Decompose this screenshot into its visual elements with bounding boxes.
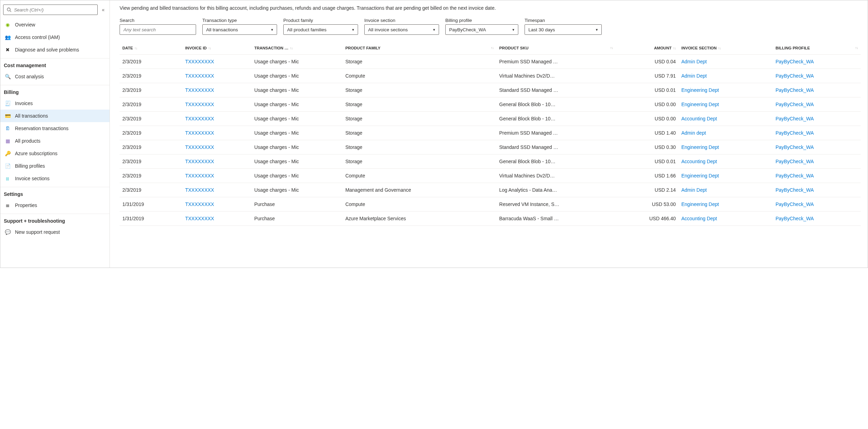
sidebar-item-all-products[interactable]: ▦All products xyxy=(0,135,109,147)
cell-billing-profile-link[interactable]: PayByCheck_WA xyxy=(776,216,814,221)
cell-invoice-id-link[interactable]: TXXXXXXXX xyxy=(185,201,214,207)
table-row[interactable]: 2/3/2019TXXXXXXXXUsage charges - MicStor… xyxy=(120,97,861,112)
cell-invoice-id[interactable]: TXXXXXXXX xyxy=(182,55,252,69)
filter-search[interactable] xyxy=(120,24,196,35)
cell-invoice-id[interactable]: TXXXXXXXX xyxy=(182,112,252,126)
collapse-sidebar-button[interactable]: « xyxy=(100,7,107,13)
cell-billing-profile-link[interactable]: PayByCheck_WA xyxy=(776,173,814,178)
cell-billing-profile[interactable]: PayByCheck_WA xyxy=(773,140,861,154)
cell-invoice-section[interactable]: Engineering Dept xyxy=(679,169,773,183)
table-row[interactable]: 2/3/2019TXXXXXXXXUsage charges - MicStor… xyxy=(120,55,861,69)
table-row[interactable]: 2/3/2019TXXXXXXXXUsage charges - MicMana… xyxy=(120,183,861,197)
filter-product-family[interactable]: All product families ▾ xyxy=(283,24,358,35)
col-header-transaction[interactable]: TRANSACTION …↑↓ xyxy=(251,42,342,55)
cell-invoice-id[interactable]: TXXXXXXXX xyxy=(182,169,252,183)
cell-billing-profile[interactable]: PayByCheck_WA xyxy=(773,169,861,183)
cell-billing-profile-link[interactable]: PayByCheck_WA xyxy=(776,144,814,150)
cell-invoice-id-link[interactable]: TXXXXXXXX xyxy=(185,173,214,178)
cell-invoice-id-link[interactable]: TXXXXXXXX xyxy=(185,59,214,64)
cell-billing-profile[interactable]: PayByCheck_WA xyxy=(773,212,861,226)
cell-invoice-section-link[interactable]: Engineering Dept xyxy=(681,173,719,178)
cell-billing-profile[interactable]: PayByCheck_WA xyxy=(773,55,861,69)
cell-invoice-section[interactable]: Admin Dept xyxy=(679,69,773,83)
table-row[interactable]: 2/3/2019TXXXXXXXXUsage charges - MicStor… xyxy=(120,112,861,126)
cell-billing-profile[interactable]: PayByCheck_WA xyxy=(773,69,861,83)
sidebar-item-azure-subscriptions[interactable]: 🔑Azure subscriptions xyxy=(0,147,109,160)
cell-invoice-section[interactable]: Admin dept xyxy=(679,126,773,140)
cell-invoice-id[interactable]: TXXXXXXXX xyxy=(182,197,252,212)
sidebar-item-overview[interactable]: ◉Overview xyxy=(0,18,109,31)
cell-billing-profile-link[interactable]: PayByCheck_WA xyxy=(776,73,814,79)
cell-invoice-id[interactable]: TXXXXXXXX xyxy=(182,154,252,169)
cell-invoice-section-link[interactable]: Admin Dept xyxy=(681,187,707,193)
cell-billing-profile[interactable]: PayByCheck_WA xyxy=(773,197,861,212)
cell-invoice-section-link[interactable]: Engineering Dept xyxy=(681,144,719,150)
cell-invoice-id-link[interactable]: TXXXXXXXX xyxy=(185,216,214,221)
cell-billing-profile-link[interactable]: PayByCheck_WA xyxy=(776,59,814,64)
cell-invoice-section-link[interactable]: Engineering Dept xyxy=(681,201,719,207)
cell-invoice-id-link[interactable]: TXXXXXXXX xyxy=(185,73,214,79)
cell-invoice-id[interactable]: TXXXXXXXX xyxy=(182,140,252,154)
col-header-date[interactable]: DATE↑↓ xyxy=(120,42,182,55)
sidebar-item-access-control-iam-[interactable]: 👥Access control (IAM) xyxy=(0,31,109,43)
cell-invoice-id-link[interactable]: TXXXXXXXX xyxy=(185,144,214,150)
cell-invoice-section-link[interactable]: Admin Dept xyxy=(681,73,707,79)
cell-billing-profile-link[interactable]: PayByCheck_WA xyxy=(776,87,814,93)
cell-billing-profile-link[interactable]: PayByCheck_WA xyxy=(776,130,814,136)
table-row[interactable]: 2/3/2019TXXXXXXXXUsage charges - MicStor… xyxy=(120,140,861,154)
sidebar-item-all-transactions[interactable]: 💳All transactions xyxy=(0,110,109,122)
cell-invoice-id[interactable]: TXXXXXXXX xyxy=(182,97,252,112)
cell-invoice-id[interactable]: TXXXXXXXX xyxy=(182,212,252,226)
sidebar-item-diagnose-and-solve-problems[interactable]: ✖Diagnose and solve problems xyxy=(0,43,109,56)
cell-invoice-section[interactable]: Admin Dept xyxy=(679,55,773,69)
cell-invoice-id-link[interactable]: TXXXXXXXX xyxy=(185,159,214,164)
cell-billing-profile[interactable]: PayByCheck_WA xyxy=(773,112,861,126)
cell-invoice-section[interactable]: Accounting Dept xyxy=(679,154,773,169)
col-header-amount[interactable]: AMOUNT↑↓ xyxy=(616,42,679,55)
sidebar-item-invoices[interactable]: 🧾Invoices xyxy=(0,97,109,110)
sidebar-item-reservation-transactions[interactable]: 🗓Reservation transactions xyxy=(0,122,109,135)
cell-billing-profile-link[interactable]: PayByCheck_WA xyxy=(776,116,814,121)
cell-invoice-section[interactable]: Engineering Dept xyxy=(679,83,773,97)
cell-invoice-id[interactable]: TXXXXXXXX xyxy=(182,126,252,140)
cell-invoice-section[interactable]: Accounting Dept xyxy=(679,212,773,226)
cell-billing-profile-link[interactable]: PayByCheck_WA xyxy=(776,201,814,207)
sidebar-search-input[interactable] xyxy=(14,7,95,13)
cell-invoice-section-link[interactable]: Admin dept xyxy=(681,130,706,136)
filter-invoice-section[interactable]: All invoice sections ▾ xyxy=(364,24,439,35)
cell-invoice-section-link[interactable]: Accounting Dept xyxy=(681,159,717,164)
sidebar-item-properties[interactable]: ≣Properties xyxy=(0,199,109,212)
table-row[interactable]: 1/31/2019TXXXXXXXXPurchaseComputeReserve… xyxy=(120,197,861,212)
table-row[interactable]: 2/3/2019TXXXXXXXXUsage charges - MicStor… xyxy=(120,126,861,140)
sidebar-item-invoice-sections[interactable]: ⫼Invoice sections xyxy=(0,172,109,185)
cell-billing-profile[interactable]: PayByCheck_WA xyxy=(773,97,861,112)
table-row[interactable]: 2/3/2019TXXXXXXXXUsage charges - MicStor… xyxy=(120,83,861,97)
cell-invoice-section-link[interactable]: Engineering Dept xyxy=(681,87,719,93)
cell-billing-profile-link[interactable]: PayByCheck_WA xyxy=(776,187,814,193)
filter-search-input[interactable] xyxy=(123,27,192,32)
cell-invoice-section[interactable]: Engineering Dept xyxy=(679,97,773,112)
cell-invoice-id-link[interactable]: TXXXXXXXX xyxy=(185,116,214,121)
cell-invoice-section-link[interactable]: Accounting Dept xyxy=(681,116,717,121)
cell-invoice-id-link[interactable]: TXXXXXXXX xyxy=(185,187,214,193)
table-row[interactable]: 2/3/2019TXXXXXXXXUsage charges - MicComp… xyxy=(120,169,861,183)
col-header-billing-profile[interactable]: BILLING PROFILE↑↓ xyxy=(773,42,861,55)
cell-billing-profile-link[interactable]: PayByCheck_WA xyxy=(776,159,814,164)
col-header-invoice-id[interactable]: INVOICE ID↑↓ xyxy=(182,42,252,55)
sidebar-search[interactable] xyxy=(3,5,98,15)
cell-invoice-id-link[interactable]: TXXXXXXXX xyxy=(185,102,214,107)
sidebar-item-cost-analysis[interactable]: 🔍Cost analysis xyxy=(0,70,109,83)
cell-billing-profile-link[interactable]: PayByCheck_WA xyxy=(776,102,814,107)
cell-billing-profile[interactable]: PayByCheck_WA xyxy=(773,183,861,197)
cell-invoice-section[interactable]: Engineering Dept xyxy=(679,197,773,212)
cell-invoice-section-link[interactable]: Accounting Dept xyxy=(681,216,717,221)
cell-invoice-section-link[interactable]: Engineering Dept xyxy=(681,102,719,107)
filter-transaction-type[interactable]: All transactions ▾ xyxy=(202,24,277,35)
cell-billing-profile[interactable]: PayByCheck_WA xyxy=(773,83,861,97)
sidebar-item-new-support-request[interactable]: 💬New support request xyxy=(0,226,109,238)
col-header-invoice-section[interactable]: INVOICE SECTION↑↓ xyxy=(679,42,773,55)
col-header-product-family[interactable]: PRODUCT FAMILY↑↓ xyxy=(342,42,496,55)
col-header-product-sku[interactable]: PRODUCT SKU↑↓ xyxy=(496,42,616,55)
sidebar-item-billing-profiles[interactable]: 📄Billing profiles xyxy=(0,160,109,172)
cell-invoice-id-link[interactable]: TXXXXXXXX xyxy=(185,130,214,136)
